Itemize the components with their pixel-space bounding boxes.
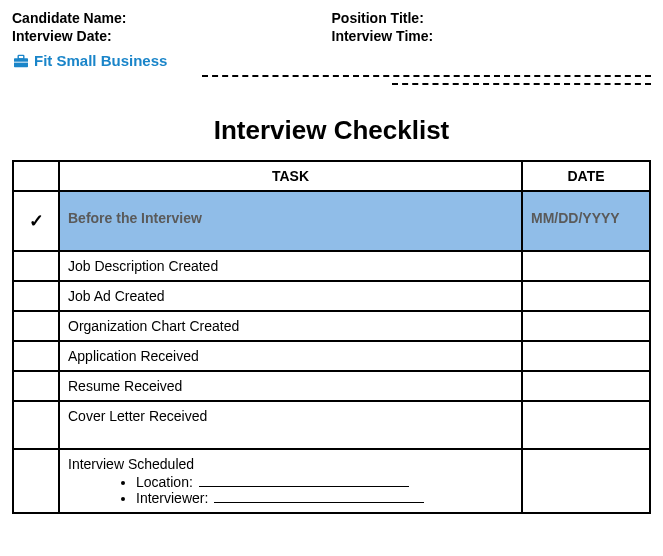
task-cell: Cover Letter Received xyxy=(59,401,522,449)
section-row: ✓ Before the Interview MM/DD/YYYY xyxy=(13,191,650,251)
interview-time-label: Interview Time: xyxy=(332,28,652,44)
column-check xyxy=(13,161,59,191)
brand: Fit Small Business xyxy=(12,52,332,69)
check-cell[interactable] xyxy=(13,281,59,311)
date-cell[interactable] xyxy=(522,341,650,371)
task-cell: Job Description Created xyxy=(59,251,522,281)
task-cell: Resume Received xyxy=(59,371,522,401)
candidate-name-label: Candidate Name: xyxy=(12,10,332,26)
date-cell[interactable] xyxy=(522,401,650,449)
task-cell-scheduled: Interview Scheduled Location: Interviewe… xyxy=(59,449,522,513)
dashed-line xyxy=(392,83,651,85)
task-cell: Application Received xyxy=(59,341,522,371)
check-cell[interactable] xyxy=(13,251,59,281)
date-cell[interactable] xyxy=(522,371,650,401)
svg-rect-2 xyxy=(14,61,28,62)
briefcase-icon xyxy=(12,54,30,68)
checkmark-icon: ✓ xyxy=(13,191,59,251)
task-cell: Organization Chart Created xyxy=(59,311,522,341)
table-row: Job Description Created xyxy=(13,251,650,281)
document-header: Candidate Name: Interview Date: Fit Smal… xyxy=(12,10,651,69)
date-cell[interactable] xyxy=(522,251,650,281)
table-row: Interview Scheduled Location: Interviewe… xyxy=(13,449,650,513)
interview-date-label: Interview Date: xyxy=(12,28,332,44)
table-row: Organization Chart Created xyxy=(13,311,650,341)
column-date: DATE xyxy=(522,161,650,191)
check-cell[interactable] xyxy=(13,371,59,401)
page-title: Interview Checklist xyxy=(12,115,651,146)
position-title-label: Position Title: xyxy=(332,10,652,26)
section-label: Before the Interview xyxy=(59,191,522,251)
dashed-line xyxy=(202,75,651,77)
column-task: TASK xyxy=(59,161,522,191)
table-row: Resume Received xyxy=(13,371,650,401)
check-cell[interactable] xyxy=(13,341,59,371)
section-date-placeholder: MM/DD/YYYY xyxy=(522,191,650,251)
check-cell[interactable] xyxy=(13,401,59,449)
brand-text: Fit Small Business xyxy=(34,52,167,69)
task-cell: Job Ad Created xyxy=(59,281,522,311)
divider-lines xyxy=(12,75,651,85)
check-cell[interactable] xyxy=(13,311,59,341)
scheduled-label: Interview Scheduled xyxy=(68,456,194,472)
table-header-row: TASK DATE xyxy=(13,161,650,191)
table-row: Job Ad Created xyxy=(13,281,650,311)
scheduled-interviewer: Interviewer: xyxy=(136,490,513,506)
table-row: Application Received xyxy=(13,341,650,371)
blank-line[interactable] xyxy=(199,486,409,487)
scheduled-location: Location: xyxy=(136,474,513,490)
blank-line[interactable] xyxy=(214,502,424,503)
date-cell[interactable] xyxy=(522,311,650,341)
date-cell[interactable] xyxy=(522,281,650,311)
table-row: Cover Letter Received xyxy=(13,401,650,449)
checklist-table: TASK DATE ✓ Before the Interview MM/DD/Y… xyxy=(12,160,651,514)
svg-rect-1 xyxy=(18,55,24,59)
date-cell[interactable] xyxy=(522,449,650,513)
check-cell[interactable] xyxy=(13,449,59,513)
